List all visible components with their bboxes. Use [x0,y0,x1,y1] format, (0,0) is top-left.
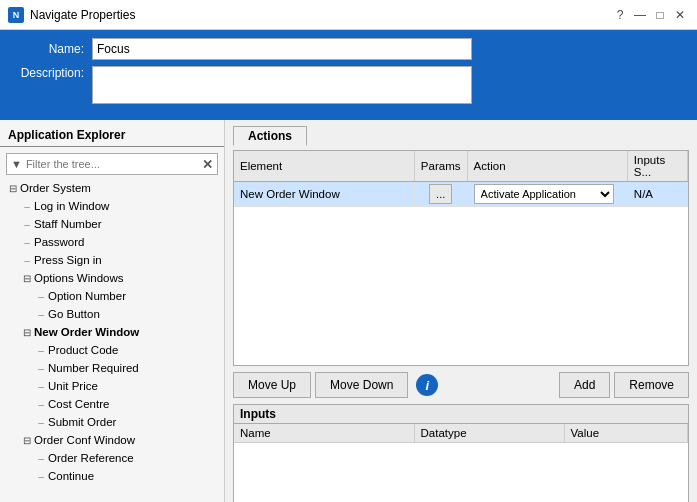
help-button[interactable]: ? [611,6,629,24]
col-inputs-s: Inputs S... [627,151,687,182]
tree-label-options-windows: Options Windows [34,272,123,284]
tree-toggle-staff-number: – [20,219,34,230]
tree-toggle-go-button: – [34,309,48,320]
tree-label-new-order-window: New Order Window [34,326,139,338]
tree-toggle-login-window: – [20,201,34,212]
close-button[interactable]: ✕ [671,6,689,24]
tree-toggle-unit-price: – [34,381,48,392]
filter-clear-button[interactable]: ✕ [198,158,217,171]
left-panel: Application Explorer ▼ ✕ ⊟ Order System–… [0,120,225,502]
inputs-table: Name Datatype Value [234,424,688,443]
tree-item-new-order-window[interactable]: ⊟ New Order Window [0,323,224,341]
tree-label-press-sign-in: Press Sign in [34,254,102,266]
tree-item-cost-centre[interactable]: – Cost Centre [0,395,224,413]
filter-icon: ▼ [7,158,26,170]
tree-toggle-number-required: – [34,363,48,374]
tree-item-order-conf-window[interactable]: ⊟ Order Conf Window [0,431,224,449]
filter-row: ▼ ✕ [6,153,218,175]
tree-toggle-submit-order: – [34,417,48,428]
move-up-button[interactable]: Move Up [233,372,311,398]
col-params: Params [414,151,467,182]
tree-item-go-button[interactable]: – Go Button [0,305,224,323]
tree-toggle-password: – [20,237,34,248]
description-input[interactable] [92,66,472,104]
tree-label-order-system: Order System [20,182,91,194]
inputs-col-datatype: Datatype [414,424,564,443]
params-button-0[interactable]: ... [429,184,452,204]
tree-label-number-required: Number Required [48,362,139,374]
tree-label-option-number: Option Number [48,290,126,302]
tree-item-continue[interactable]: – Continue [0,467,224,485]
window-title: Navigate Properties [30,8,611,22]
right-panel: Actions Element Params Action Inputs S..… [225,120,697,502]
tree-label-continue: Continue [48,470,94,482]
tree-label-product-code: Product Code [48,344,118,356]
tree-item-submit-order[interactable]: – Submit Order [0,413,224,431]
actions-table: Element Params Action Inputs S... New Or… [234,151,688,207]
maximize-button[interactable]: □ [651,6,669,24]
inputs-col-name: Name [234,424,414,443]
action-action-0: Activate Application [467,182,627,207]
tree-label-submit-order: Submit Order [48,416,116,428]
app-icon: N [8,7,24,23]
main-content: Application Explorer ▼ ✕ ⊟ Order System–… [0,120,697,502]
tree-label-staff-number: Staff Number [34,218,102,230]
col-action: Action [467,151,627,182]
title-bar: N Navigate Properties ? — □ ✕ [0,0,697,30]
minimize-button[interactable]: — [631,6,649,24]
move-down-button[interactable]: Move Down [315,372,408,398]
tree-item-order-reference[interactable]: – Order Reference [0,449,224,467]
info-icon[interactable]: i [416,374,438,396]
tree-toggle-options-windows: ⊟ [20,273,34,284]
name-row: Name: [12,38,685,60]
tree-item-unit-price[interactable]: – Unit Price [0,377,224,395]
tree-toggle-continue: – [34,471,48,482]
buttons-row: Move Up Move Down i Add Remove [233,372,689,398]
action-select-0[interactable]: Activate Application [474,184,614,204]
tree-item-login-window[interactable]: – Log in Window [0,197,224,215]
add-button[interactable]: Add [559,372,610,398]
name-label: Name: [12,42,92,56]
tree-toggle-cost-centre: – [34,399,48,410]
tree-toggle-press-sign-in: – [20,255,34,266]
tree-item-staff-number[interactable]: – Staff Number [0,215,224,233]
tree-item-number-required[interactable]: – Number Required [0,359,224,377]
tree-item-press-sign-in[interactable]: – Press Sign in [0,251,224,269]
tree-label-password: Password [34,236,85,248]
tree-item-option-number[interactable]: – Option Number [0,287,224,305]
tree-label-go-button: Go Button [48,308,100,320]
action-element-0: New Order Window [234,182,414,207]
tab-bar: Actions [233,126,689,146]
tree-label-unit-price: Unit Price [48,380,98,392]
inputs-header: Inputs [234,405,688,424]
action-row[interactable]: New Order Window ... Activate Applicatio… [234,182,688,207]
action-params-0: ... [414,182,467,207]
action-inputs-0: N/A [627,182,687,207]
tree-item-options-windows[interactable]: ⊟ Options Windows [0,269,224,287]
description-label: Description: [12,66,92,80]
remove-button[interactable]: Remove [614,372,689,398]
tree-label-cost-centre: Cost Centre [48,398,109,410]
inputs-section: Inputs Name Datatype Value [233,404,689,502]
explorer-title: Application Explorer [0,126,224,147]
tree-toggle-option-number: – [34,291,48,302]
tree-label-order-conf-window: Order Conf Window [34,434,135,446]
filter-input[interactable] [26,158,198,170]
window-controls: ? — □ ✕ [611,6,689,24]
tree-label-order-reference: Order Reference [48,452,134,464]
tab-actions[interactable]: Actions [233,126,307,146]
col-element: Element [234,151,414,182]
name-input[interactable] [92,38,472,60]
tree-toggle-order-system: ⊟ [6,183,20,194]
inputs-col-value: Value [564,424,688,443]
tree-item-password[interactable]: – Password [0,233,224,251]
tree: ⊟ Order System– Log in Window– Staff Num… [0,179,224,502]
tree-label-login-window: Log in Window [34,200,109,212]
tree-toggle-product-code: – [34,345,48,356]
tree-toggle-new-order-window: ⊟ [20,327,34,338]
tree-item-order-system[interactable]: ⊟ Order System [0,179,224,197]
tree-toggle-order-conf-window: ⊟ [20,435,34,446]
tree-item-product-code[interactable]: – Product Code [0,341,224,359]
tree-toggle-order-reference: – [34,453,48,464]
description-row: Description: [12,66,685,104]
